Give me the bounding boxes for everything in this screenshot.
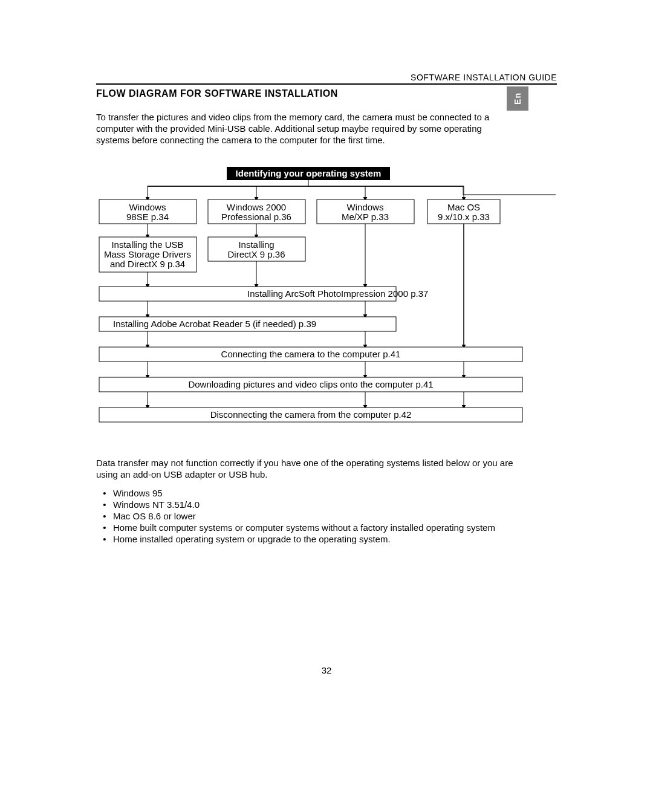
flow-os-winmexp-l2: Me/XP p.33 — [342, 212, 389, 222]
list-item: •Home built computer systems or computer… — [96, 522, 495, 533]
flow-step-download-text: Downloading pictures and video clips ont… — [188, 379, 433, 389]
header-doc-label: SOFTWARE INSTALLATION GUIDE — [411, 73, 557, 82]
list-item-text: Mac OS 8.6 or lower — [113, 510, 196, 522]
language-tab-label: En — [513, 93, 522, 105]
flow-step-arcsoft-text: Installing ArcSoft PhotoImpression 2000 … — [247, 288, 428, 299]
flow-os-win2000-l2: Professional p.36 — [221, 212, 291, 222]
unsupported-list: •Windows 95 •Windows NT 3.51/4.0 •Mac OS… — [96, 487, 495, 545]
flow-step-usbdrivers-l3: and DirectX 9 p.34 — [110, 259, 185, 269]
list-item: •Home installed operating system or upgr… — [96, 533, 495, 545]
flow-step-usbdrivers-l2: Mass Storage Drivers — [104, 249, 191, 259]
header-rule — [96, 83, 557, 85]
intro-paragraph: To transfer the pictures and video clips… — [96, 111, 498, 146]
flow-step-acrobat-text: Installing Adobe Acrobat Reader 5 (if ne… — [113, 319, 316, 329]
page: SOFTWARE INSTALLATION GUIDE FLOW DIAGRAM… — [0, 0, 653, 812]
list-item-text: Windows 95 — [113, 487, 163, 499]
flow-diagram: Identifying your operating system Window… — [96, 167, 556, 430]
list-item: •Windows NT 3.51/4.0 — [96, 499, 495, 510]
flow-os-macos-l2: 9.x/10.x p.33 — [438, 212, 490, 222]
flow-os-win98-l1: Windows — [129, 202, 166, 212]
flow-step-usbdrivers-l1: Installing the USB — [111, 239, 183, 250]
flow-step-directx-l1: Installing — [238, 239, 274, 250]
flow-os-winmexp-l1: Windows — [347, 202, 384, 212]
list-item: •Windows 95 — [96, 487, 495, 499]
footer-paragraph: Data transfer may not function correctly… — [96, 457, 519, 480]
list-item-text: Home built computer systems or computer … — [113, 522, 495, 533]
flow-step-directx-l2: DirectX 9 p.36 — [227, 249, 285, 259]
list-item-text: Windows NT 3.51/4.0 — [113, 499, 200, 510]
list-item-text: Home installed operating system or upgra… — [113, 533, 391, 545]
flow-step-disconnect-text: Disconnecting the camera from the comput… — [210, 409, 412, 420]
flow-os-macos-l1: Mac OS — [447, 202, 480, 212]
flow-banner-text: Identifying your operating system — [236, 168, 382, 178]
flow-os-win2000-l1: Windows 2000 — [227, 202, 286, 212]
flow-os-win98-l2: 98SE p.34 — [126, 212, 169, 222]
flow-step-connect-text: Connecting the camera to the computer p.… — [221, 349, 401, 359]
list-item: •Mac OS 8.6 or lower — [96, 510, 495, 522]
page-number: 32 — [0, 665, 653, 675]
section-title: FLOW DIAGRAM FOR SOFTWARE INSTALLATION — [96, 88, 338, 99]
language-tab: En — [507, 86, 528, 111]
